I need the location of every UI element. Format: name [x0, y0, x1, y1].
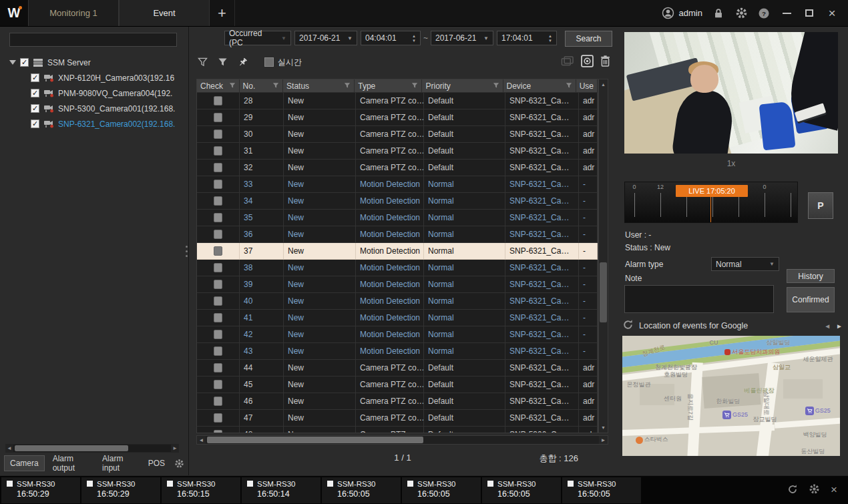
trash-icon[interactable] — [600, 55, 610, 69]
duplicate-icon[interactable] — [561, 56, 574, 68]
column-header-no[interactable]: No. — [240, 79, 284, 93]
status-event-tile[interactable]: SSM-RS3016:50:29 — [1, 477, 80, 503]
column-filter-icon[interactable] — [229, 81, 236, 91]
table-row[interactable]: 41NewMotion DetectionNormalSNP-6321_Ca…- — [197, 310, 598, 326]
scroll-left-arrow[interactable]: ◄ — [5, 445, 13, 451]
close-icon[interactable]: × — [831, 485, 837, 495]
left-splitter-handle[interactable] — [185, 246, 188, 257]
settings-gear-icon[interactable] — [734, 7, 748, 20]
sidebar-tab-alarm-output[interactable]: Alarm output — [47, 451, 94, 475]
row-checkbox[interactable] — [214, 296, 222, 306]
column-header-type[interactable]: Type — [355, 79, 422, 93]
pin-icon[interactable] — [235, 57, 250, 67]
table-row[interactable]: 32NewCamera PTZ co…DefaultSNP-6321_Ca…ad… — [197, 160, 598, 176]
settings-gear-icon[interactable] — [174, 459, 184, 469]
table-row[interactable]: 37NewMotion DetectionNormalSNP-6321_Ca…- — [197, 243, 598, 260]
column-header-device[interactable]: Device — [503, 79, 576, 93]
status-event-tile[interactable]: SSM-RS3016:50:05 — [562, 477, 641, 503]
pause-button[interactable]: P — [808, 192, 833, 219]
table-vertical-scrollbar[interactable]: ▲ ▼ — [598, 79, 608, 433]
column-header-status[interactable]: Status — [283, 79, 355, 93]
row-checkbox[interactable] — [214, 230, 222, 239]
tree-checkbox[interactable]: ✓ — [31, 104, 39, 113]
row-checkbox[interactable] — [214, 113, 222, 122]
table-row[interactable]: 44NewCamera PTZ co…DefaultSNP-6321_Ca…ad… — [197, 360, 598, 376]
scrollbar-track[interactable] — [206, 436, 599, 444]
status-event-tile[interactable]: SSM-RS3016:50:05 — [402, 477, 481, 503]
table-row[interactable]: 47NewCamera PTZ co…DefaultSNP-6321_Ca…ad… — [197, 410, 598, 427]
scrollbar-thumb[interactable] — [207, 437, 423, 443]
table-row[interactable]: 31NewCamera PTZ co…DefaultSNP-6321_Ca…ad… — [197, 143, 598, 160]
scrollbar-track[interactable] — [599, 89, 608, 423]
scrollbar-thumb[interactable] — [600, 262, 607, 322]
history-button[interactable]: History — [787, 269, 835, 283]
tree-checkbox[interactable]: ✓ — [31, 119, 39, 128]
column-filter-icon[interactable] — [272, 81, 279, 91]
event-video-preview[interactable] — [624, 32, 838, 154]
playback-timeline[interactable]: 01216200 LIVE 17:05:20 — [624, 182, 798, 223]
table-row[interactable]: 42NewMotion DetectionNormalSNP-6321_Ca…- — [197, 326, 598, 343]
column-header-use[interactable]: Use — [576, 79, 598, 93]
row-checkbox[interactable] — [214, 363, 222, 372]
status-event-tile[interactable]: SSM-RS3016:50:29 — [81, 477, 160, 503]
tab-monitoring-1[interactable]: Monitoring 1 — [28, 0, 119, 26]
maximize-button[interactable] — [803, 7, 816, 20]
row-checkbox[interactable] — [214, 96, 222, 105]
location-prev-arrow[interactable]: ◄ — [824, 322, 831, 330]
table-row[interactable]: 38NewMotion DetectionNormalSNP-6321_Ca…- — [197, 260, 598, 276]
row-checkbox[interactable] — [214, 180, 222, 189]
search-button[interactable]: Search — [565, 31, 612, 47]
sidebar-tab-camera[interactable]: Camera — [4, 455, 45, 471]
time-spinner[interactable]: ▲▼ — [408, 34, 416, 43]
status-event-tile[interactable]: SSM-RS3016:50:14 — [242, 477, 321, 503]
table-row[interactable]: 30NewCamera PTZ co…DefaultSNP-6321_Ca…ad… — [197, 126, 598, 143]
close-button[interactable]: × — [825, 7, 839, 20]
column-filter-icon[interactable] — [566, 81, 572, 91]
scroll-left-arrow[interactable]: ◄ — [197, 437, 206, 443]
realtime-checkbox[interactable] — [264, 57, 274, 67]
row-checkbox[interactable] — [214, 213, 222, 222]
refresh-icon[interactable] — [622, 319, 634, 332]
column-filter-icon[interactable] — [493, 81, 499, 91]
table-row[interactable]: 33NewMotion DetectionNormalSNP-6321_Ca…- — [197, 176, 598, 193]
column-header-check[interactable]: Check — [197, 79, 240, 93]
row-checkbox[interactable] — [214, 280, 222, 289]
refresh-icon[interactable] — [787, 484, 798, 497]
minimize-button[interactable] — [780, 7, 793, 20]
tab-event[interactable]: Event — [119, 0, 210, 26]
row-checkbox[interactable] — [214, 430, 222, 433]
row-checkbox[interactable] — [214, 146, 222, 156]
table-row[interactable]: 28NewCamera PTZ co…DefaultSNP-6321_Ca…ad… — [197, 93, 598, 109]
tree-item-camera[interactable]: ✓XNP-6120H_Camera003(192.16 — [0, 70, 186, 85]
row-checkbox[interactable] — [214, 246, 222, 256]
help-icon[interactable]: ? — [757, 7, 771, 20]
table-row[interactable]: 40NewMotion DetectionNormalSNP-6321_Ca…- — [197, 293, 598, 310]
tree-checkbox[interactable]: ✓ — [31, 89, 39, 97]
to-time-input[interactable]: 17:04:01 ▲▼ — [497, 31, 557, 45]
scroll-right-arrow[interactable]: ► — [599, 437, 608, 443]
settings-gear-icon[interactable] — [809, 483, 820, 497]
filter-funnel-icon[interactable] — [195, 57, 210, 67]
status-event-tile[interactable]: SSM-RS3016:50:15 — [162, 477, 240, 503]
table-row[interactable]: 43NewMotion DetectionNormalSNP-6321_Ca…- — [197, 343, 598, 360]
table-row[interactable]: 45NewCamera PTZ co…DefaultSNP-6321_Ca…ad… — [197, 376, 598, 393]
row-checkbox[interactable] — [214, 263, 222, 272]
to-date-select[interactable]: 2017-06-21▼ — [431, 31, 493, 45]
sidebar-tab-alarm-input[interactable]: Alarm input — [97, 451, 140, 475]
tree-checkbox[interactable]: ✓ — [31, 73, 39, 82]
column-filter-icon[interactable] — [344, 81, 351, 91]
sidebar-tab-pos[interactable]: POS — [143, 456, 170, 471]
row-checkbox[interactable] — [214, 196, 222, 206]
status-event-tile[interactable]: SSM-RS3016:50:05 — [322, 477, 401, 503]
filter-funnel-filled-icon[interactable] — [215, 57, 230, 67]
tree-item-camera[interactable]: ✓PNM-9080VQ_Camera004(192. — [0, 85, 186, 101]
scrollbar-thumb[interactable] — [15, 445, 128, 451]
tree-item-camera[interactable]: ✓SNP-6321_Camera002(192.168. — [0, 116, 186, 132]
table-horizontal-scrollbar[interactable]: ◄ ► — [196, 435, 608, 445]
record-snapshot-icon[interactable] — [581, 55, 594, 69]
tree-item-ssm-server[interactable]: ✓SSM Server — [0, 55, 186, 70]
table-row[interactable]: 29NewCamera PTZ co…DefaultSNP-6321_Ca…ad… — [197, 109, 598, 126]
row-checkbox[interactable] — [214, 346, 222, 356]
alarm-type-select[interactable]: Normal ▼ — [711, 257, 779, 271]
scroll-down-arrow[interactable]: ▼ — [599, 423, 608, 433]
